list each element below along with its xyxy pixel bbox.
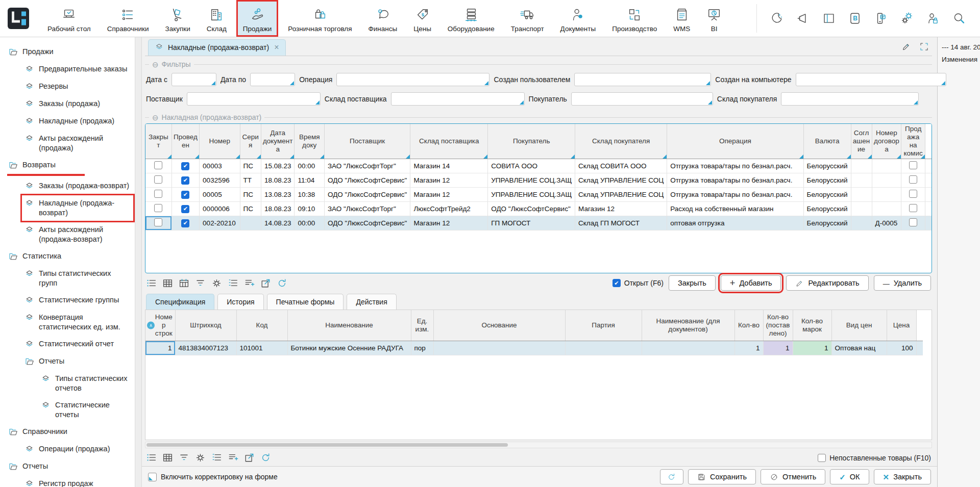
module-equipment[interactable]: Оборудование <box>441 0 501 37</box>
changes-label[interactable]: Изменения <box>942 54 980 66</box>
feedback-icon[interactable] <box>874 12 888 25</box>
view-list-icon[interactable] <box>146 278 157 289</box>
table-row[interactable]: 0032596ТТ18.08.2311:04ОДО "ЛюксСофтСерви… <box>145 173 932 188</box>
column-header[interactable]: Цена <box>887 310 916 341</box>
sidebar-item[interactable]: Конвертация статистических ед. изм. <box>22 309 133 336</box>
numbered-list-icon[interactable] <box>228 278 238 289</box>
save-button[interactable]: Сохранить <box>688 469 756 484</box>
column-header[interactable]: Кол-во марок <box>793 310 831 341</box>
user-lock-icon[interactable] <box>926 12 940 25</box>
gear-icon[interactable] <box>195 452 206 463</box>
tab-print-forms[interactable]: Печатные формы <box>267 294 344 310</box>
sidebar-item[interactable]: Типы статистических отчетов <box>39 370 133 397</box>
scrollbar-thumb[interactable] <box>146 443 508 447</box>
announce-icon[interactable] <box>796 12 810 25</box>
module-bi[interactable]: BI <box>700 0 728 37</box>
tab-specification[interactable]: Спецификация <box>146 294 214 310</box>
column-header[interactable]: Валюта <box>803 124 851 159</box>
grid-icon[interactable] <box>162 452 173 463</box>
filter-input-supplier[interactable] <box>187 92 321 106</box>
column-header[interactable]: Время доку <box>295 124 325 159</box>
closed-checkbox[interactable] <box>154 175 162 184</box>
view-list-icon[interactable] <box>146 452 157 463</box>
table-row[interactable]: 002-2021014.08.2300:00ОДО "ЛюксСофтСерви… <box>145 216 932 230</box>
horizontal-scrollbar[interactable] <box>145 442 932 448</box>
column-header[interactable]: Наименование (для документов) <box>642 310 734 341</box>
filter-input-date-to[interactable] <box>250 73 295 86</box>
add-rows-icon[interactable] <box>228 452 238 463</box>
commission-checkbox[interactable] <box>909 204 917 212</box>
open-external-icon[interactable] <box>244 452 255 463</box>
filter-input-created-by-user[interactable] <box>574 73 711 86</box>
sidebar-item[interactable]: Акты расхождений (продажа-возврат) <box>22 221 133 248</box>
commission-checkbox[interactable] <box>909 190 917 198</box>
column-header[interactable]: Штрихкод <box>175 310 236 341</box>
tab-invoices-sale-return[interactable]: Накладные (продажа-возврат) <box>148 39 286 56</box>
sidebar-item[interactable]: Регистр продаж <box>22 475 95 487</box>
column-header[interactable]: Закрыт <box>145 124 172 159</box>
sidebar-item[interactable]: Возвраты <box>6 157 58 174</box>
enable-correction-checkbox[interactable]: Включить корректировку на форме <box>148 473 278 481</box>
column-header[interactable]: Соглашение <box>851 124 872 159</box>
posted-checkbox[interactable] <box>181 205 189 213</box>
refresh-icon[interactable] <box>277 278 287 289</box>
table-row[interactable]: 00003ПС15.08.2300:00ЗАО "ЛюксСофтТорг"Ма… <box>145 159 932 173</box>
table-calendar-icon[interactable] <box>179 278 189 289</box>
split-view-icon[interactable] <box>822 12 836 25</box>
tab-history[interactable]: История <box>217 294 263 310</box>
module-wms[interactable]: WMS <box>667 0 697 37</box>
open-external-icon[interactable] <box>260 278 271 289</box>
cancel-button[interactable]: Отменить <box>761 469 825 484</box>
correction-checkbox-box[interactable] <box>148 473 157 481</box>
closed-checkbox[interactable] <box>154 218 162 226</box>
sidebar-item[interactable]: Накладные (продажа-возврат) <box>22 195 133 221</box>
sidebar-item[interactable]: Резервы <box>22 78 70 95</box>
closed-checkbox[interactable] <box>154 204 162 212</box>
commission-checkbox[interactable] <box>909 218 917 226</box>
column-header[interactable]: Склад покупателя <box>575 124 667 159</box>
closed-checkbox[interactable] <box>154 161 162 169</box>
column-header[interactable]: Дата документа <box>261 124 295 159</box>
close-form-button[interactable]: ✕Закрыть <box>874 469 931 484</box>
module-procurement[interactable]: Закупки <box>159 0 197 37</box>
open-checkbox-box[interactable] <box>612 279 621 287</box>
add-rows-icon[interactable] <box>244 278 255 289</box>
add-button[interactable]: Добавить <box>721 275 781 291</box>
filter-input-buyer-warehouse[interactable] <box>781 92 919 106</box>
module-catalog[interactable]: Справочники <box>101 0 156 37</box>
grid-icon[interactable] <box>162 278 173 289</box>
settings-icon[interactable] <box>900 12 914 25</box>
column-header[interactable]: Код <box>236 310 287 341</box>
app-logo-icon[interactable] <box>6 6 33 31</box>
ok-button[interactable]: ✓ОК <box>830 469 869 484</box>
tab-actions[interactable]: Действия <box>347 294 396 310</box>
sidebar-item[interactable]: Операции (продажа) <box>22 441 112 458</box>
delete-button[interactable]: Удалить <box>874 275 931 291</box>
edit-button[interactable]: Редактировать <box>786 275 868 291</box>
edit-pencil-icon[interactable] <box>901 42 911 52</box>
filter-input-buyer[interactable] <box>571 92 713 106</box>
column-header[interactable]: Склад поставщика <box>410 124 488 159</box>
module-sales[interactable]: Продажи <box>236 0 278 37</box>
sidebar-item[interactable]: Отчеты <box>22 353 66 370</box>
module-prices[interactable]: $Цены <box>407 0 438 37</box>
open-checkbox[interactable]: Открыт (F6) <box>612 279 664 287</box>
sidebar-item[interactable]: Статистика <box>6 248 63 265</box>
posted-checkbox[interactable] <box>181 176 189 185</box>
column-header[interactable]: Проведен <box>172 124 199 159</box>
commission-checkbox[interactable] <box>909 175 917 184</box>
sidebar-item[interactable]: Статистический отчет <box>22 336 116 353</box>
gear-icon[interactable] <box>211 278 222 289</box>
column-header[interactable]: Кол-во (поставлено) <box>763 310 793 341</box>
sidebar-item[interactable]: Справочники <box>6 423 69 441</box>
commission-checkbox[interactable] <box>909 161 917 169</box>
module-production[interactable]: Производство <box>605 0 664 37</box>
filter-input-supplier-warehouse[interactable] <box>391 92 525 106</box>
undelivered-checkbox[interactable]: Непоставленные товары (F10) <box>818 454 931 462</box>
column-header[interactable]: Серия <box>240 124 261 159</box>
tab-close-icon[interactable] <box>274 44 279 50</box>
sidebar-item[interactable]: Продажи <box>6 43 56 61</box>
collapse-filters-icon[interactable] <box>152 61 159 68</box>
table-row[interactable]: 0000006ПС18.08.2309:10ЗАО "ЛюксСофтТорг"… <box>145 202 932 216</box>
column-header[interactable]: Основание <box>433 310 565 341</box>
